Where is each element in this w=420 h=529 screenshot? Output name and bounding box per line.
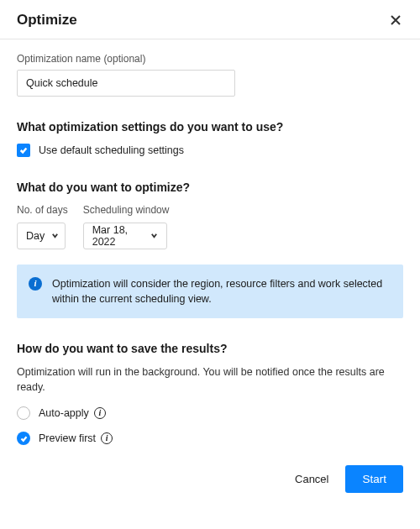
save-radio-group: Auto-apply i Preview first i (17, 406, 403, 445)
days-label: No. of days (17, 204, 68, 216)
info-icon: i (29, 277, 42, 291)
days-value: Day (26, 230, 45, 242)
optimization-name-input[interactable] (17, 70, 235, 97)
chevron-down-icon (150, 230, 158, 242)
default-settings-checkbox[interactable] (17, 144, 30, 157)
radio-auto-apply[interactable] (17, 406, 30, 420)
check-icon (20, 435, 28, 443)
radio-preview-first[interactable] (17, 432, 30, 445)
chevron-down-icon (51, 230, 59, 242)
days-select[interactable]: Day (17, 223, 66, 249)
info-banner: i Optimization will consider the region,… (17, 264, 403, 318)
default-settings-label: Use default scheduling settings (39, 144, 184, 156)
close-button[interactable] (388, 13, 403, 28)
default-settings-row: Use default scheduling settings (17, 144, 403, 157)
save-heading: How do you want to save the results? (17, 342, 403, 355)
radio-auto-row: Auto-apply i (17, 406, 403, 420)
days-col: No. of days Day (17, 204, 68, 249)
help-icon[interactable]: i (94, 407, 106, 419)
window-col: Scheduling window Mar 18, 2022 (83, 204, 170, 249)
modal-footer: Cancel Start (0, 453, 420, 508)
name-label: Optimization name (optional) (17, 53, 403, 65)
check-icon (19, 146, 28, 155)
start-button[interactable]: Start (345, 465, 403, 493)
info-text: Optimization will consider the region, r… (52, 276, 390, 306)
window-select[interactable]: Mar 18, 2022 (83, 223, 167, 249)
optimize-modal: Optimize Optimization name (optional) Wh… (0, 0, 420, 508)
optimize-heading: What do you want to optimize? (17, 181, 403, 194)
close-icon (390, 14, 402, 26)
window-value: Mar 18, 2022 (92, 224, 144, 248)
radio-preview-row: Preview first i (17, 432, 403, 445)
help-icon[interactable]: i (101, 432, 113, 444)
radio-preview-label: Preview first (39, 432, 96, 444)
modal-header: Optimize (0, 0, 420, 39)
settings-heading: What optimization settings do you want t… (17, 120, 403, 134)
window-label: Scheduling window (83, 204, 170, 216)
save-subtext: Optimization will run in the background.… (17, 365, 403, 395)
modal-body: Optimization name (optional) What optimi… (0, 39, 420, 453)
modal-title: Optimize (17, 12, 77, 29)
radio-auto-label: Auto-apply (39, 407, 89, 419)
cancel-button[interactable]: Cancel (290, 466, 333, 492)
optimize-row: No. of days Day Scheduling window Mar 18… (17, 204, 403, 249)
